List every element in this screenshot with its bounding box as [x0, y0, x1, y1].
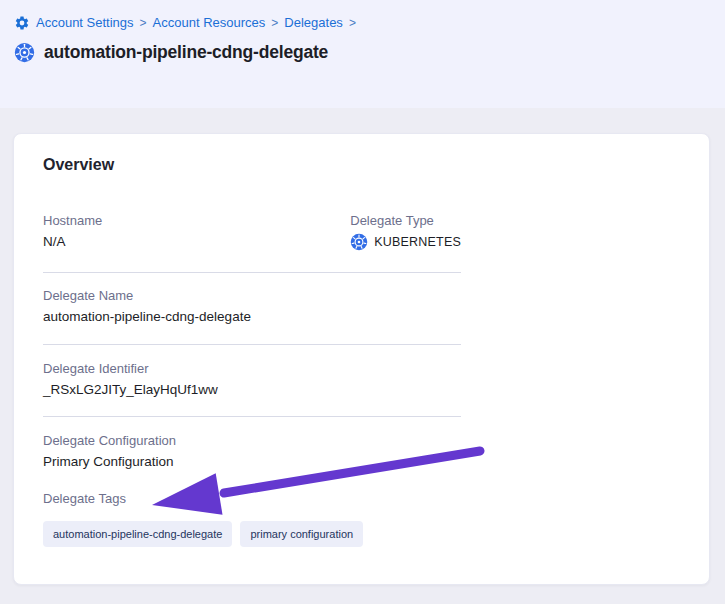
delegate-identifier-label: Delegate Identifier: [43, 360, 461, 378]
delegate-tags-list: automation-pipeline-cdng-delegate primar…: [43, 521, 461, 547]
delegate-name-label: Delegate Name: [43, 287, 461, 305]
page-title-row: automation-pipeline-cdng-delegate: [14, 42, 725, 63]
delegate-configuration-value: Primary Configuration: [43, 452, 461, 472]
kubernetes-icon: [350, 233, 368, 251]
delegate-type-label: Delegate Type: [350, 212, 461, 230]
delegate-tags-label: Delegate Tags: [43, 490, 461, 508]
field-delegate-tags: Delegate Tags automation-pipeline-cdng-d…: [43, 490, 461, 547]
delegate-type-text: KUBERNETES: [374, 232, 461, 252]
field-delegate-identifier: Delegate Identifier _RSxLG2JITy_ElayHqUf…: [43, 345, 461, 417]
delegate-name-value: automation-pipeline-cdng-delegate: [43, 307, 461, 327]
delegate-tag-chip: primary configuration: [240, 521, 363, 547]
delegate-type-value: KUBERNETES: [350, 232, 461, 252]
field-hostname: Hostname N/A: [43, 212, 350, 252]
hostname-label: Hostname: [43, 212, 350, 230]
field-delegate-type: Delegate Type: [350, 212, 461, 252]
overview-heading: Overview: [43, 156, 709, 174]
breadcrumb-separator: >: [271, 15, 278, 31]
overview-card: Overview Hostname N/A Delegate Type: [13, 133, 710, 585]
page-header: Account Settings > Account Resources > D…: [0, 0, 725, 108]
kubernetes-icon: [14, 42, 35, 63]
breadcrumb-account-settings[interactable]: Account Settings: [36, 15, 134, 31]
field-delegate-name: Delegate Name automation-pipeline-cdng-d…: [43, 273, 461, 345]
delegate-identifier-value: _RSxLG2JITy_ElayHqUf1ww: [43, 380, 461, 400]
delegate-details-page: Account Settings > Account Resources > D…: [0, 0, 725, 108]
hostname-type-row: Hostname N/A Delegate Type: [43, 212, 461, 273]
page-title: automation-pipeline-cdng-delegate: [44, 42, 328, 63]
gear-icon: [14, 15, 30, 31]
breadcrumb-delegates[interactable]: Delegates: [284, 15, 343, 31]
breadcrumb-separator: >: [140, 15, 147, 31]
delegate-tag-chip: automation-pipeline-cdng-delegate: [43, 521, 232, 547]
overview-content: Hostname N/A Delegate Type: [43, 212, 461, 547]
delegate-configuration-label: Delegate Configuration: [43, 432, 461, 450]
breadcrumb: Account Settings > Account Resources > D…: [14, 15, 725, 31]
breadcrumb-account-resources[interactable]: Account Resources: [153, 15, 266, 31]
hostname-value: N/A: [43, 232, 350, 252]
breadcrumb-separator: >: [349, 15, 356, 31]
field-delegate-configuration: Delegate Configuration Primary Configura…: [43, 417, 461, 472]
